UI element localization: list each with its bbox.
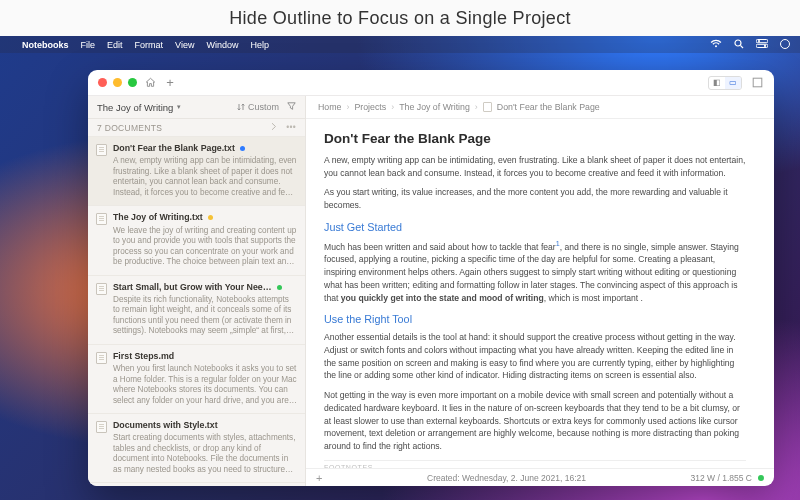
document-list-item[interactable]: The Joy of Writing.txtWe leave the joy o… (88, 206, 305, 275)
document-item-preview: When you first launch Notebooks it asks … (113, 364, 297, 406)
paragraph: Not getting in the way is even more impo… (324, 389, 746, 453)
view-mode-sidebar-icon[interactable]: ▭ (725, 77, 741, 89)
breadcrumb: Home› Projects› The Joy of Writing› Don'… (306, 96, 774, 119)
page-icon (483, 102, 492, 112)
crumb-projects[interactable]: Projects (354, 102, 386, 112)
document-item-preview: We leave the joy of writing and creating… (113, 226, 297, 268)
document-list-item[interactable]: Start Small, but Grow with Your Nee…Desp… (88, 276, 305, 345)
color-tag-icon (208, 215, 213, 220)
app-menu[interactable]: Notebooks (22, 40, 69, 50)
footnote-divider (324, 460, 746, 461)
expand-button[interactable] (750, 76, 764, 90)
heading-started: Just Get Started (324, 221, 746, 233)
paragraph: As you start writing, its value increase… (324, 186, 746, 211)
svg-rect-3 (756, 44, 768, 47)
spotlight-icon[interactable] (734, 39, 744, 51)
svg-point-5 (764, 45, 766, 47)
svg-rect-7 (753, 78, 762, 87)
paragraph: A new, empty writing app can be intimida… (324, 154, 746, 179)
window-titlebar: + ◧ ▭ (88, 70, 774, 96)
status-indicator-icon (758, 475, 764, 481)
window-zoom-button[interactable] (128, 78, 137, 87)
wifi-icon[interactable] (710, 39, 722, 50)
heading-tool: Use the Right Tool (324, 313, 746, 325)
crumb-book[interactable]: The Joy of Writing (399, 102, 470, 112)
document-count-label: 7 DOCUMENTS ••• (88, 119, 305, 137)
chevron-down-icon: ▾ (177, 103, 181, 111)
document-item-title: Don't Fear the Blank Page.txt (113, 143, 235, 154)
menu-help[interactable]: Help (250, 40, 269, 50)
siri-icon[interactable] (780, 39, 790, 51)
color-tag-icon (277, 285, 282, 290)
svg-line-1 (740, 45, 743, 48)
document-item-title: The Joy of Writing.txt (113, 212, 203, 223)
svg-point-4 (758, 40, 760, 42)
document-item-title: First Steps.md (113, 351, 174, 362)
sidebar-more-icon[interactable]: ••• (286, 122, 296, 133)
window-minimize-button[interactable] (113, 78, 122, 87)
document-list-item[interactable]: Documents with Style.txtStart creating d… (88, 414, 305, 483)
editor-pane: Home› Projects› The Joy of Writing› Don'… (306, 96, 774, 486)
svg-rect-2 (756, 40, 768, 43)
document-icon (96, 144, 107, 156)
hero-caption: Hide Outline to Focus on a Single Projec… (0, 0, 800, 36)
document-list-item[interactable]: Don't Fear the Blank Page.txtA new, empt… (88, 137, 305, 206)
document-list-item[interactable]: First Steps.mdWhen you first launch Note… (88, 345, 305, 414)
document-item-title: Documents with Style.txt (113, 420, 218, 431)
view-mode-panes-icon[interactable]: ◧ (709, 77, 725, 89)
document-item-preview: Despite its rich functionality, Notebook… (113, 295, 297, 337)
document-icon (96, 213, 107, 225)
window-close-button[interactable] (98, 78, 107, 87)
svg-point-0 (735, 40, 741, 46)
document-icon (96, 352, 107, 364)
paragraph: Much has been written and said about how… (324, 239, 746, 304)
home-button[interactable] (143, 76, 157, 90)
color-tag-icon (240, 146, 245, 151)
document-content[interactable]: Don't Fear the Blank Page A new, empty w… (306, 119, 774, 468)
desktop-wallpaper: Notebooks File Edit Format View Window H… (0, 36, 800, 500)
document-icon (96, 421, 107, 433)
new-button[interactable]: + (163, 76, 177, 90)
menu-view[interactable]: View (175, 40, 194, 50)
status-bar: + Created: Wednesday, 2. June 2021, 16:2… (306, 468, 774, 486)
menu-window[interactable]: Window (206, 40, 238, 50)
macos-menubar: Notebooks File Edit Format View Window H… (0, 36, 800, 53)
filter-icon[interactable] (287, 102, 296, 113)
crumb-home[interactable]: Home (318, 102, 341, 112)
document-list-item[interactable]: The Options.htmlWe do not list all optio… (88, 483, 305, 486)
menu-file[interactable]: File (81, 40, 96, 50)
document-list-sidebar: The Joy of Writing▾ Custom 7 DOCUMENTS (88, 96, 306, 486)
book-title-dropdown[interactable]: The Joy of Writing▾ (97, 102, 181, 113)
created-date-label: Created: Wednesday, 2. June 2021, 16:21 (322, 473, 690, 483)
svg-point-6 (781, 39, 790, 48)
app-window: + ◧ ▭ The Joy of Writing▾ (88, 70, 774, 486)
document-icon (96, 283, 107, 295)
paragraph: Another essential details is the tool at… (324, 331, 746, 382)
sidebar-action-icon[interactable] (269, 122, 278, 133)
control-center-icon[interactable] (756, 39, 768, 50)
menu-edit[interactable]: Edit (107, 40, 123, 50)
menu-format[interactable]: Format (135, 40, 164, 50)
view-mode-toggle[interactable]: ◧ ▭ (708, 76, 742, 90)
document-item-title: Start Small, but Grow with Your Nee… (113, 282, 272, 293)
document-item-preview: Start creating documents with styles, at… (113, 433, 297, 475)
word-char-count: 312 W / 1.855 C (691, 473, 752, 483)
document-title: Don't Fear the Blank Page (324, 131, 746, 146)
document-list[interactable]: Don't Fear the Blank Page.txtA new, empt… (88, 137, 305, 486)
sort-button[interactable]: Custom (237, 102, 279, 112)
document-item-preview: A new, empty writing app can be intimida… (113, 156, 297, 198)
crumb-document[interactable]: Don't Fear the Blank Page (497, 102, 600, 112)
